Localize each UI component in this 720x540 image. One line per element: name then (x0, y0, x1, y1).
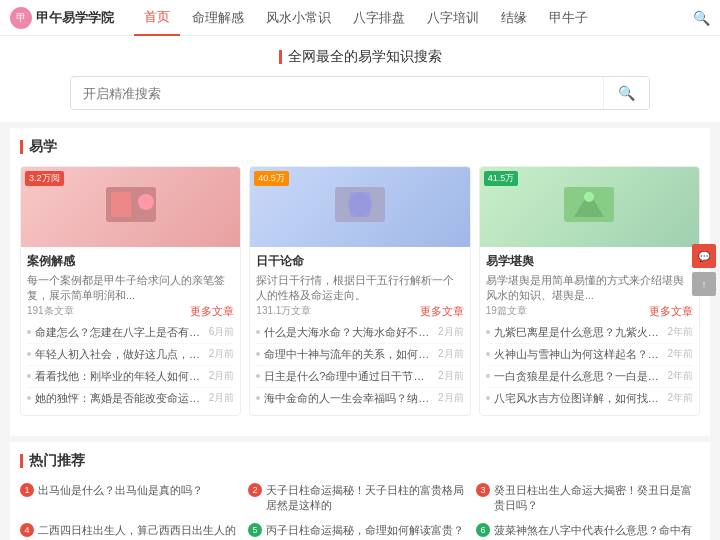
list-dot (256, 352, 260, 356)
card-list-1: 命建怎么？怎建在八字上是否有什持... 6月前 年轻人初入社会，做好这几点，命运… (27, 322, 234, 409)
more-link-3[interactable]: 更多文章 (649, 304, 693, 319)
top-float-btn[interactable]: ↑ (692, 272, 716, 296)
chat-float-btn[interactable]: 💬 (692, 244, 716, 268)
hot-section: 热门推荐 1 出马仙是什么？出马仙是真的吗？2 天子日柱命运揭秘！天子日柱的富贵… (10, 442, 710, 540)
nav-item-jiyuan[interactable]: 结缘 (491, 0, 537, 36)
main-nav: 首页 命理解感 风水小常识 八字排盘 八字培训 结缘 甲牛子 (134, 0, 693, 36)
list-dot (486, 396, 490, 400)
list-dot (27, 396, 31, 400)
list-item[interactable]: 火神山与雪神山为何这样起名？易学风水... 2年前 (486, 344, 693, 366)
list-item-text: 年轻人初入社会，做好这几点，命运怎样转... (35, 347, 205, 362)
list-item[interactable]: 她的独怦：离婚是否能改变命运？女王婚... 2月前 (27, 388, 234, 409)
card-badge-3: 41.5万 (484, 171, 519, 186)
list-item-time: 2年前 (667, 369, 693, 383)
list-item-time: 2年前 (667, 325, 693, 339)
card-desc-1: 每一个案例都是甲牛子给求问人的亲笔签复，展示简单明润和... (27, 273, 234, 304)
list-item-text: 命建怎么？怎建在八字上是否有什持... (35, 325, 205, 340)
list-item[interactable]: 命建怎么？怎建在八字上是否有什持... 6月前 (27, 322, 234, 344)
list-item-time: 2月前 (209, 347, 235, 361)
list-item[interactable]: 九紫巳离星是什么意思？九紫火星在风水... 2年前 (486, 322, 693, 344)
search-input[interactable] (71, 78, 603, 109)
float-buttons: 💬 ↑ (692, 244, 716, 296)
header: 甲 甲午易学学院 首页 命理解感 风水小常识 八字排盘 八字培训 结缘 甲牛子 … (0, 0, 720, 36)
list-item-text: 什么是大海水命？大海水命好不好？ (264, 325, 434, 340)
list-dot (256, 396, 260, 400)
card-grid: 3.2万阅 案例解感 每一个案例都是甲牛子给求问人的亲笔签复，展示简单明润和..… (20, 166, 700, 416)
yixue-section: 易学 3.2万阅 案例解感 每一个案例都是甲牛子给求问人的亲笔签复，展示简单明润… (10, 128, 710, 436)
list-dot (486, 352, 490, 356)
list-item-text: 看看找他：刚毕业的年轻人如何应派对于子... (35, 369, 205, 384)
hot-num: 2 (248, 483, 262, 497)
card-stats-1: 191条文章 更多文章 (27, 304, 234, 319)
list-dot (256, 374, 260, 378)
svg-rect-1 (111, 192, 131, 217)
more-link-1[interactable]: 更多文章 (190, 304, 234, 319)
list-item-text: 命理中十神与流年的关系，如何看八字流... (264, 347, 434, 362)
list-item-time: 2年前 (667, 347, 693, 361)
hot-item[interactable]: 2 天子日柱命运揭秘！天子日柱的富贵格局居然是这样的 (248, 480, 472, 517)
nav-item-bazi-pai[interactable]: 八字排盘 (343, 0, 415, 36)
more-link-2[interactable]: 更多文章 (420, 304, 464, 319)
card-img-3: 41.5万 (480, 167, 699, 247)
nav-item-home[interactable]: 首页 (134, 0, 180, 36)
list-dot (256, 330, 260, 334)
hot-num: 1 (20, 483, 34, 497)
hot-num: 3 (476, 483, 490, 497)
card-list-3: 九紫巳离星是什么意思？九紫火星在风水... 2年前 火神山与雪神山为何这样起名？… (486, 322, 693, 409)
list-item-time: 2月前 (438, 325, 464, 339)
card-list-2: 什么是大海水命？大海水命好不好？ 2月前 命理中十神与流年的关系，如何看八字流.… (256, 322, 463, 409)
search-banner: 全网最全的易学知识搜索 🔍 (0, 36, 720, 122)
list-item[interactable]: 海中金命的人一生会幸福吗？纳音海中金... 2月前 (256, 388, 463, 409)
card-body-1: 案例解感 每一个案例都是甲牛子给求问人的亲笔签复，展示简单明润和... 191条… (21, 247, 240, 415)
list-item-time: 2月前 (209, 369, 235, 383)
hot-text: 二西四日柱出生人，算己西西日出生人的富贵格局 (38, 523, 244, 540)
list-dot (486, 374, 490, 378)
card-rigan: 40.5万 日干论命 探讨日干行情，根据日干五行行解析一个人的性格及命运走向。 … (249, 166, 470, 416)
nav-item-jianiuzi[interactable]: 甲牛子 (539, 0, 598, 36)
hot-text: 天子日柱命运揭秘！天子日柱的富贵格局居然是这样的 (266, 483, 472, 514)
card-stats-3: 19篇文章 更多文章 (486, 304, 693, 319)
list-item-text: 一白贪狼星是什么意思？一白是在风水... (494, 369, 664, 384)
logo-icon: 甲 (10, 7, 32, 29)
hot-item[interactable]: 5 丙子日柱命运揭秘，命理如何解读富贵？ (248, 520, 472, 540)
card-title-1: 案例解感 (27, 253, 234, 270)
hot-item[interactable]: 4 二西四日柱出生人，算己西西日出生人的富贵格局 (20, 520, 244, 540)
nav-item-bazi-train[interactable]: 八字培训 (417, 0, 489, 36)
card-more-2: 更多文章 (420, 304, 464, 319)
list-item-time: 2月前 (438, 369, 464, 383)
list-item[interactable]: 日主是什么?命理中通过日干节点看格格 2月前 (256, 366, 463, 388)
hot-item[interactable]: 1 出马仙是什么？出马仙是真的吗？ (20, 480, 244, 517)
svg-point-2 (138, 194, 154, 210)
list-item-text: 海中金命的人一生会幸福吗？纳音海中金... (264, 391, 434, 406)
list-item[interactable]: 什么是大海水命？大海水命好不好？ 2月前 (256, 322, 463, 344)
list-item-time: 2年前 (667, 391, 693, 405)
header-search-icon[interactable]: 🔍 (693, 10, 710, 26)
list-item[interactable]: 命理中十神与流年的关系，如何看八字流... 2月前 (256, 344, 463, 366)
list-dot (27, 374, 31, 378)
hot-item[interactable]: 3 癸丑日柱出生人命运大揭密！癸丑日是富贵日吗？ (476, 480, 700, 517)
card-title-3: 易学堪舆 (486, 253, 693, 270)
nav-item-fengshui[interactable]: 风水小常识 (256, 0, 341, 36)
list-item-time: 2月前 (438, 347, 464, 361)
card-desc-3: 易学堪舆是用简单易懂的方式来介绍堪舆风水的知识、堪舆是... (486, 273, 693, 304)
list-dot (486, 330, 490, 334)
card-case: 3.2万阅 案例解感 每一个案例都是甲牛子给求问人的亲笔签复，展示简单明润和..… (20, 166, 241, 416)
hot-text: 丙子日柱命运揭秘，命理如何解读富贵？ (266, 523, 464, 538)
list-item[interactable]: 一白贪狼星是什么意思？一白是在风水... 2年前 (486, 366, 693, 388)
list-item[interactable]: 看看找他：刚毕业的年轻人如何应派对于子... 2月前 (27, 366, 234, 388)
hot-title: 热门推荐 (20, 452, 700, 470)
search-button[interactable]: 🔍 (603, 77, 649, 109)
logo-text: 甲午易学学院 (36, 9, 114, 27)
card-kanyu: 41.5万 易学堪舆 易学堪舆是用简单易懂的方式来介绍堪舆风水的知识、堪舆是..… (479, 166, 700, 416)
list-item-time: 2月前 (438, 391, 464, 405)
card-body-3: 易学堪舆 易学堪舆是用简单易懂的方式来介绍堪舆风水的知识、堪舆是... 19篇文… (480, 247, 699, 415)
card-more-1: 更多文章 (190, 304, 234, 319)
list-item[interactable]: 八宅风水吉方位图详解，如何找八宅风水... 2年前 (486, 388, 693, 409)
list-item-text: 九紫巳离星是什么意思？九紫火星在风水... (494, 325, 664, 340)
list-item[interactable]: 年轻人初入社会，做好这几点，命运怎样转... 2月前 (27, 344, 234, 366)
hot-grid: 1 出马仙是什么？出马仙是真的吗？2 天子日柱命运揭秘！天子日柱的富贵格局居然是… (20, 480, 700, 540)
list-item-text: 八宅风水吉方位图详解，如何找八宅风水... (494, 391, 664, 406)
nav-item-mingli[interactable]: 命理解感 (182, 0, 254, 36)
list-item-time: 6月前 (209, 325, 235, 339)
hot-item[interactable]: 6 菠菜神煞在八字中代表什么意思？命中有披袈裟如何转... (476, 520, 700, 540)
